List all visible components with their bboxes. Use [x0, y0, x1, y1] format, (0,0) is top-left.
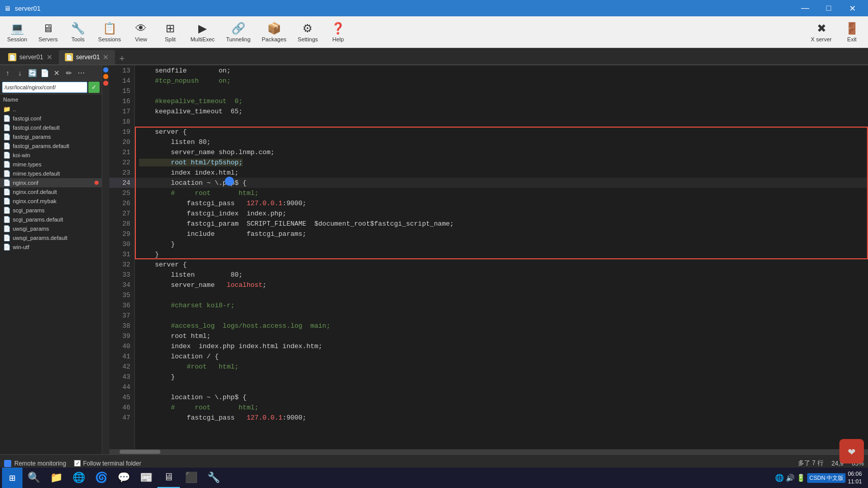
- file-name: fastcgi_params.default: [13, 143, 69, 149]
- list-item[interactable]: 📄 fastcgi.conf.default: [0, 123, 102, 132]
- battery-icon[interactable]: 🔋: [796, 474, 805, 482]
- line-num-33: 33: [109, 270, 134, 280]
- macro-dot-3[interactable]: [103, 81, 108, 86]
- file-icon: 📄: [3, 142, 11, 150]
- code-line-14: #tcp_nopush on;: [135, 76, 868, 86]
- file-name: uwsgi_params.default: [13, 235, 67, 241]
- code-line-27: fastcgi_index index.php;: [135, 208, 868, 218]
- rm-icon: [4, 460, 11, 467]
- path-go-button[interactable]: ✓: [88, 82, 100, 93]
- toolbar-servers[interactable]: 🖥 Servers: [33, 18, 63, 46]
- network-icon[interactable]: 🌐: [775, 474, 784, 482]
- sidebar-refresh-button[interactable]: 🔄: [27, 67, 38, 79]
- follow-folder-checkbox[interactable]: ✓ Follow terminal folder: [74, 460, 141, 467]
- toolbar-sessions[interactable]: 📋 Sessions: [93, 18, 126, 46]
- sidebar-up-button[interactable]: ↑: [2, 67, 13, 79]
- toolbar-tunneling[interactable]: 🔗 Tunneling: [221, 18, 255, 46]
- scrollbar-thumb[interactable]: [120, 450, 160, 454]
- taskbar-chat[interactable]: 💬: [112, 468, 135, 488]
- code-container[interactable]: 13 14 15 16 17 18 19 20 21 22 23 24 25 2…: [109, 65, 868, 454]
- start-button[interactable]: ⊞: [2, 468, 22, 488]
- code-line-35: [135, 290, 868, 300]
- xserver-icon: ✖: [817, 22, 826, 35]
- line-num-31: 31: [109, 249, 134, 259]
- sidebar-header: Name: [0, 94, 102, 105]
- taskbar-cmd[interactable]: ⬛: [180, 468, 202, 488]
- toolbar-tools[interactable]: 🔧 Tools: [64, 18, 92, 46]
- taskbar-news[interactable]: 📰: [135, 468, 157, 488]
- sidebar-delete-button[interactable]: ✕: [51, 67, 62, 79]
- toolbar-session[interactable]: 💻 Session: [2, 18, 32, 46]
- tab-1-close[interactable]: ✕: [46, 53, 53, 61]
- file-name: ..: [13, 106, 16, 112]
- taskbar-tools[interactable]: 🔧: [202, 468, 225, 488]
- code-line-41: location / {: [135, 351, 868, 361]
- macro-dot-1[interactable]: [103, 67, 108, 72]
- taskbar-browser[interactable]: 🌐: [67, 468, 90, 488]
- path-input[interactable]: [2, 82, 87, 93]
- close-button[interactable]: ✕: [840, 0, 864, 16]
- toolbar-tunneling-label: Tunneling: [226, 36, 250, 42]
- toolbar-help[interactable]: ❓ Help: [324, 18, 352, 46]
- line-num-26: 26: [109, 198, 134, 208]
- tab-add-button[interactable]: +: [115, 54, 129, 64]
- list-item[interactable]: 📄 nginx.conf: [0, 178, 102, 187]
- file-name: mime.types.default: [13, 170, 60, 177]
- code-content[interactable]: sendfile on; #tcp_nopush on; #keepalive_…: [135, 65, 868, 454]
- macro-dot-2[interactable]: [103, 74, 108, 79]
- taskbar-files[interactable]: 📁: [45, 468, 67, 488]
- list-item[interactable]: 📄 scgi_params: [0, 206, 102, 215]
- list-item[interactable]: 📄 fastcgi_params: [0, 132, 102, 141]
- line-num-14: 14: [109, 76, 134, 86]
- list-item[interactable]: 📄 uwsgi_params.default: [0, 233, 102, 242]
- toolbar-exit[interactable]: 🚪 Exit: [838, 18, 866, 46]
- sidebar-more-button[interactable]: ⋯: [76, 67, 87, 79]
- horizontal-scrollbar[interactable]: [109, 449, 868, 454]
- tab-2-close[interactable]: ✕: [103, 53, 109, 61]
- heart-widget[interactable]: ❤: [839, 439, 864, 463]
- code-line-31: }: [135, 249, 868, 259]
- toolbar-split-label: Split: [165, 36, 175, 42]
- start-icon: ⊞: [9, 472, 15, 484]
- line-num-19: 19: [109, 127, 134, 137]
- list-item[interactable]: 📄 uwsgi_params: [0, 224, 102, 233]
- toolbar-multiexec[interactable]: ▶ MultiExec: [185, 18, 220, 46]
- file-name: koi-win: [13, 152, 30, 158]
- list-item[interactable]: 📄 nginx.conf.default: [0, 187, 102, 197]
- volume-icon[interactable]: 🔊: [786, 474, 794, 482]
- file-tree: 📁 .. 📄 fastcgi.conf 📄 fastcgi.conf.defau…: [0, 105, 102, 454]
- list-item[interactable]: 📄 koi-win: [0, 151, 102, 160]
- list-item[interactable]: 📄 mime.types: [0, 160, 102, 169]
- tab-2-icon: 📄: [65, 53, 73, 61]
- tab-2[interactable]: 📄 server01 ✕: [59, 50, 115, 64]
- taskbar-right: 🌐 🔊 🔋 CSDN 中文版 06:06 11:01: [775, 470, 866, 486]
- taskbar-search[interactable]: 🔍: [22, 468, 45, 488]
- minimize-button[interactable]: —: [793, 0, 817, 16]
- file-name: scgi_params: [13, 207, 44, 213]
- sidebar-edit-button[interactable]: ✏: [63, 67, 75, 79]
- sidebar-new-button[interactable]: 📄: [39, 67, 50, 79]
- list-item[interactable]: 📄 fastcgi.conf: [0, 114, 102, 123]
- list-item[interactable]: 📄 scgi_params.default: [0, 215, 102, 224]
- toolbar-settings[interactable]: ⚙ Settings: [293, 18, 323, 46]
- list-item[interactable]: 📄 mime.types.default: [0, 169, 102, 178]
- list-item[interactable]: 📄 fastcgi_params.default: [0, 141, 102, 151]
- sidebar-down-button[interactable]: ↓: [14, 67, 26, 79]
- toolbar-packages[interactable]: 📦 Packages: [256, 18, 291, 46]
- toolbar-split[interactable]: ⊞ Split: [156, 18, 184, 46]
- list-item[interactable]: 📄 nginx.conf.mybak: [0, 197, 102, 206]
- line-num-23: 23: [109, 167, 134, 178]
- toolbar-xserver[interactable]: ✖ X server: [806, 18, 837, 46]
- tab-1[interactable]: 📄 server01 ✕: [2, 50, 59, 64]
- list-item[interactable]: 📁 ..: [0, 105, 102, 114]
- toolbar-view[interactable]: 👁 View: [127, 18, 155, 46]
- list-item[interactable]: 📄 win-utf: [0, 242, 102, 252]
- taskbar-edge[interactable]: 🌀: [90, 468, 112, 488]
- code-line-19: server {: [135, 127, 868, 137]
- code-line-18: [135, 116, 868, 127]
- session-icon: 💻: [10, 22, 24, 35]
- maximize-button[interactable]: □: [817, 0, 840, 16]
- line-num-22: 22: [109, 157, 134, 167]
- toolbar-servers-label: Servers: [38, 36, 58, 42]
- taskbar-terminal[interactable]: 🖥: [157, 468, 180, 488]
